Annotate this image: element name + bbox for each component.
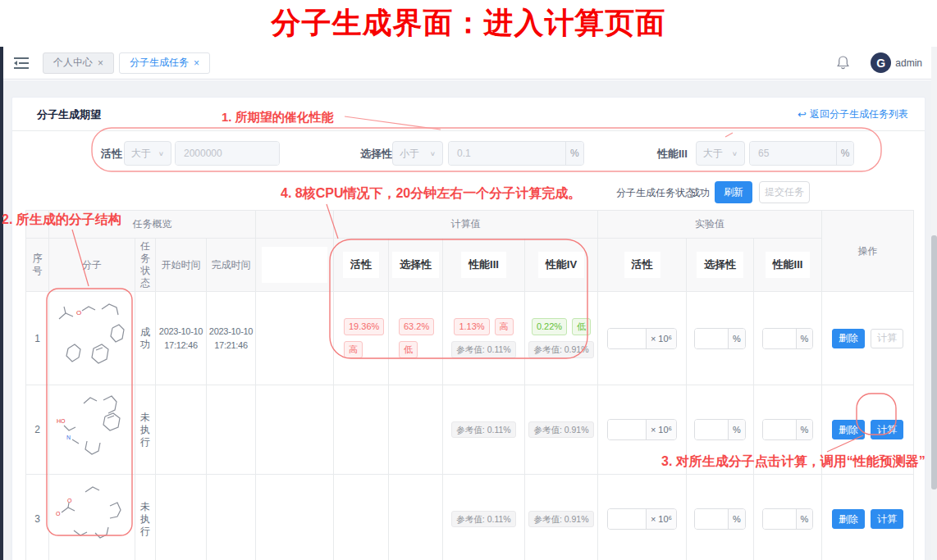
refresh-button[interactable]: 刷新 [715, 181, 752, 203]
operator-value: 大于 [703, 147, 723, 161]
start-time [156, 385, 207, 475]
activity-operator-select[interactable]: 大于 ∨ [124, 141, 171, 166]
calc-perf3-cell: 参考值: 0.11% [443, 385, 525, 475]
percent-suffix: % [796, 420, 813, 439]
tab-label: 分子生成任务 [130, 56, 189, 70]
tab-label: 个人中心 [53, 56, 93, 70]
perf3-operator-select[interactable]: 大于 ∨ [696, 141, 745, 166]
calc-perf4-cell: 参考值: 0.91% [525, 385, 598, 475]
exp-selectivity-input[interactable] [695, 420, 728, 439]
calc-button[interactable]: 计算 [871, 509, 903, 529]
chevron-down-icon: ∨ [430, 150, 436, 157]
action-cell: 删除 计算 [822, 385, 914, 475]
selectivity-operator-select[interactable]: 小于 ∨ [392, 141, 443, 166]
action-cell: 删除 计算 [822, 292, 914, 385]
tab-molecule-generation-task[interactable]: 分子生成任务 × [119, 52, 210, 74]
reference-badge: 参考值: 0.91% [528, 341, 593, 358]
page-title: 分子生成界面：进入计算页面 [272, 3, 666, 43]
row-index: 1 [26, 292, 49, 385]
value-badge: 1.13% [454, 318, 489, 335]
exp-selectivity-cell: % [687, 292, 754, 385]
calc-button-highlighted[interactable]: 计算 [871, 420, 903, 439]
notification-bell-icon[interactable] [837, 56, 849, 70]
calc-perf4-cell: 参考值: 0.91% [525, 475, 598, 560]
exp-perf3-cell: % [754, 292, 822, 385]
exp-activity-input[interactable] [608, 420, 646, 439]
percent-suffix: % [728, 509, 745, 529]
times-ten-suffix: × 10⁶ [646, 329, 676, 348]
calc-selectivity-cell: 63.2% 低 [389, 292, 443, 385]
exp-activity-cell: × 10⁶ [598, 385, 687, 475]
perf3-label: 性能III [657, 147, 688, 162]
card-header: 分子生成期望 ↩ 返回分子生成任务列表 [12, 98, 925, 131]
exp-activity-input[interactable] [608, 509, 646, 529]
tab-personal-center[interactable]: 个人中心 × [43, 52, 114, 74]
exp-perf3-cell: % [754, 475, 822, 560]
selectivity-label: 选择性 [360, 147, 392, 162]
task-status-row: 分子生成任务状态: 成功 刷新 提交任务 [12, 181, 925, 204]
column-end-time: 完成时间 [207, 239, 256, 292]
column-exp-activity: 活性 [598, 239, 687, 292]
column-calc-perf3: 性能III [443, 239, 525, 292]
calc-activity-cell [334, 385, 389, 475]
column-task-status: 任务状态 [135, 239, 156, 292]
calc-button[interactable]: 计算 [871, 329, 903, 348]
column-calc-activity: 活性 [334, 239, 389, 292]
exp-selectivity-cell: % [687, 475, 754, 560]
group-experimental-values: 实验值 [598, 211, 822, 239]
section-title: 分子生成期望 [37, 98, 101, 131]
submit-task-button[interactable]: 提交任务 [759, 181, 810, 203]
percent-suffix: % [836, 142, 853, 165]
calc-activity-cell: 19.36% 高 [334, 292, 389, 385]
end-time: 2023-10-10 17:21:46 [207, 292, 256, 385]
back-to-task-list-link[interactable]: ↩ 返回分子生成任务列表 [798, 98, 908, 131]
blank-cell [256, 292, 334, 385]
molecule-structure: HO N [49, 385, 135, 475]
blank-cell [256, 475, 334, 560]
exp-perf3-input[interactable] [763, 420, 796, 439]
activity-input[interactable] [176, 142, 279, 165]
value-badge: 63.2% [399, 318, 434, 335]
value-badge: 0.22% [532, 318, 567, 335]
level-badge: 低 [399, 341, 418, 358]
delete-button[interactable]: 删除 [832, 420, 865, 439]
column-action: 操作 [822, 211, 914, 292]
percent-suffix: % [728, 329, 745, 348]
column-blank [256, 239, 334, 292]
exp-perf3-input[interactable] [763, 509, 796, 529]
percent-suffix: % [728, 420, 745, 439]
column-exp-perf3: 性能III [754, 239, 822, 292]
scrollbar-thumb[interactable] [931, 235, 937, 489]
operator-value: 大于 [131, 147, 151, 161]
percent-suffix: % [796, 509, 813, 529]
user-menu[interactable]: G admin [871, 52, 922, 73]
delete-button[interactable]: 删除 [832, 509, 865, 529]
delete-button[interactable]: 删除 [832, 329, 865, 348]
exp-activity-cell: × 10⁶ [598, 475, 687, 560]
exp-activity-input[interactable] [608, 329, 646, 348]
column-exp-selectivity: 选择性 [687, 239, 754, 292]
molecule-structure: O O [49, 475, 135, 560]
table-row: 3 O O 未执行 [26, 475, 914, 560]
tab-close-icon[interactable]: × [98, 57, 103, 69]
tab-close-icon[interactable]: × [194, 57, 199, 69]
tab-bar: 个人中心 × 分子生成任务 × G admin [3, 47, 937, 80]
exp-selectivity-input[interactable] [695, 329, 728, 348]
chevron-down-icon: ∨ [158, 150, 164, 157]
perf3-input[interactable] [750, 142, 836, 165]
collapse-sidebar-icon[interactable] [13, 57, 30, 70]
avatar: G [871, 52, 891, 73]
end-time [207, 475, 256, 560]
times-ten-suffix: × 10⁶ [646, 420, 676, 439]
selectivity-input-wrap: % [448, 141, 584, 166]
svg-text:O: O [76, 309, 81, 316]
calc-perf3-cell: 参考值: 0.11% [443, 475, 525, 560]
exp-selectivity-input[interactable] [695, 509, 728, 529]
exp-perf3-cell: % [754, 385, 822, 475]
selectivity-input[interactable] [449, 142, 565, 165]
svg-text:O: O [67, 498, 72, 503]
exp-perf3-input[interactable] [763, 329, 796, 348]
group-calculated-values: 计算值 [334, 211, 598, 239]
column-index: 序号 [26, 239, 49, 292]
end-time [207, 385, 256, 475]
